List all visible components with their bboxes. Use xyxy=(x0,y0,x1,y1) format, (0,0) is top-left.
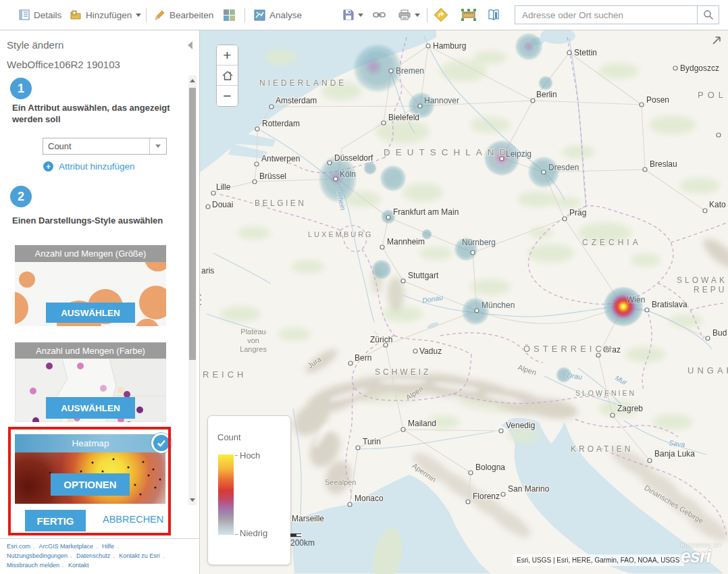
basemap-button[interactable] xyxy=(223,0,236,30)
select-color-style-button[interactable]: AUSWÄHLEN xyxy=(46,397,135,419)
add-button[interactable]: Hinzufügen xyxy=(70,0,141,30)
cancel-button[interactable]: ABBRECHEN xyxy=(103,514,163,525)
chart-button[interactable] xyxy=(488,0,500,30)
details-label: Details xyxy=(34,10,61,20)
city-dot xyxy=(645,308,649,312)
map-feature-label: Plateau xyxy=(240,328,265,336)
city-label: Berlin xyxy=(536,90,557,99)
city-label: Kato xyxy=(709,200,726,209)
city-dot xyxy=(255,127,259,131)
heat-blob xyxy=(380,165,407,192)
zoom-out-button[interactable]: − xyxy=(217,86,238,106)
directions-button[interactable] xyxy=(434,0,448,30)
select-size-style-button[interactable]: AUSWÄHLEN xyxy=(46,303,135,323)
city-dot xyxy=(469,471,473,475)
city-label: Bratislava xyxy=(652,300,687,309)
footer-link[interactable]: Datenschutz xyxy=(76,552,110,559)
layer-name: WebOffice106R2 190103 xyxy=(7,59,120,70)
map-feature-label: Mur xyxy=(614,373,629,386)
heatmap-options-button[interactable]: OPTIONEN xyxy=(51,473,130,496)
toolbar-separator xyxy=(146,8,147,22)
heat-blob xyxy=(364,57,383,76)
city-dot xyxy=(648,459,652,463)
city-label: Mailand xyxy=(408,419,436,428)
city-label: München xyxy=(482,301,515,310)
city-dot xyxy=(382,121,386,125)
panel-scrollbar[interactable] xyxy=(188,76,197,505)
chevron-down-icon xyxy=(155,145,161,148)
scroll-up-arrow[interactable] xyxy=(188,76,197,86)
step-2-text: Einen Darstellungs-Style auswählen xyxy=(12,215,174,226)
analyse-button[interactable]: Analyse xyxy=(254,0,302,30)
city-label: Vaduz xyxy=(419,346,442,356)
step-1-badge: 1 xyxy=(10,78,32,99)
panel-title: Style ändern xyxy=(7,39,63,51)
details-button[interactable]: Details xyxy=(19,0,61,30)
country-label: UNGAR xyxy=(687,365,728,375)
city-dot xyxy=(269,105,274,109)
city-dot xyxy=(475,309,479,313)
country-label: SCHWEIZ xyxy=(375,367,431,377)
done-button[interactable]: FERTIG xyxy=(25,510,86,531)
link-button[interactable] xyxy=(373,0,386,30)
footer-link[interactable]: Kontakt zu Esri xyxy=(119,552,160,559)
city-label: Posen xyxy=(646,95,669,105)
city-dot xyxy=(426,44,430,48)
map-feature-label: Sava xyxy=(669,438,686,448)
heatmap-selected-check xyxy=(151,433,172,453)
footer-link[interactable]: Hilfe xyxy=(102,543,114,550)
print-button[interactable] xyxy=(398,0,420,30)
map-feature-label: Seealpen xyxy=(325,478,357,486)
footer-link[interactable]: Missbrauch melden xyxy=(7,562,59,569)
legend-high-label: Hoch xyxy=(240,450,260,461)
add-attribute-link[interactable]: + Attribut hinzufügen xyxy=(43,161,135,172)
attribute-select[interactable]: Count xyxy=(43,138,167,155)
style-card-color-title: Anzahl und Mengen (Farbe) xyxy=(15,342,166,359)
open-arrow-icon[interactable] xyxy=(711,34,723,49)
city-label: Lille xyxy=(216,182,231,192)
scroll-down-arrow[interactable] xyxy=(188,495,197,505)
save-button[interactable] xyxy=(343,0,363,30)
city-dot xyxy=(356,446,360,450)
change-style-panel: Style ändern WebOffice106R2 190103 1 Ein… xyxy=(0,30,199,574)
search-button[interactable] xyxy=(697,6,719,24)
city-label: Hamburg xyxy=(433,41,466,51)
city-label: Prag xyxy=(569,208,586,217)
style-card-size-preview: AUSWÄHLEN xyxy=(15,262,166,326)
footer-link[interactable]: ArcGIS Marketplace xyxy=(39,543,94,550)
city-label: Florenz xyxy=(473,492,500,501)
city-dot xyxy=(610,413,615,417)
footer-link[interactable]: Kontakt xyxy=(68,562,89,569)
city-dot xyxy=(466,500,470,504)
zoom-in-button[interactable]: + xyxy=(217,45,238,66)
collapse-panel-icon[interactable] xyxy=(188,41,192,49)
select-dropdown-button[interactable] xyxy=(149,138,166,154)
country-label: KROATIEN xyxy=(571,444,633,454)
city-label: San Marino xyxy=(508,484,550,494)
panel-resize-handle[interactable] xyxy=(199,292,202,307)
toolbar-separator xyxy=(427,8,427,22)
style-card-heatmap[interactable]: Heatmap OPTIONEN xyxy=(15,434,166,504)
footer-link[interactable]: Esri.com xyxy=(7,543,30,550)
home-button[interactable] xyxy=(217,66,238,86)
heat-blob xyxy=(603,286,644,327)
city-dot xyxy=(334,177,338,181)
city-label: Mannheim xyxy=(387,237,425,246)
style-card-color[interactable]: Anzahl und Mengen (Farbe) xyxy=(15,342,166,422)
city-dot xyxy=(401,427,405,432)
footer-link[interactable]: Nutzungsbedingungen xyxy=(7,552,68,559)
map-canvas[interactable]: HamburgStettinBydgoszczBremenBerlinPosen… xyxy=(199,30,728,574)
style-card-size[interactable]: Anzahl und Mengen (Größe) AUSWÄHLEN xyxy=(15,245,166,326)
city-dot xyxy=(531,99,535,103)
scrollbar-thumb[interactable] xyxy=(189,88,196,360)
style-card-color-preview: AUSWÄHLEN xyxy=(15,359,166,422)
search-input[interactable] xyxy=(515,6,697,24)
measure-button[interactable] xyxy=(461,0,477,30)
heat-blob xyxy=(363,161,377,175)
city-label: Bud xyxy=(712,328,727,338)
city-dot xyxy=(703,209,707,213)
map-feature-label: Donau xyxy=(421,293,444,305)
city-label: Stettin xyxy=(574,48,597,57)
edit-button[interactable]: Bearbeiten xyxy=(154,0,213,30)
city-dot xyxy=(389,69,393,73)
